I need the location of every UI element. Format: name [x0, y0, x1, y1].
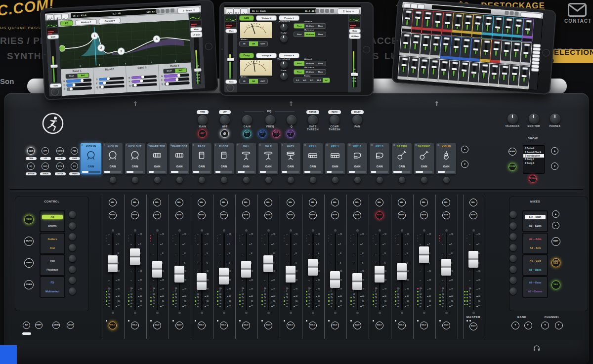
bus-list-item[interactable]: FX [192, 71, 203, 73]
geq-button[interactable]: GEQ [42, 162, 49, 170]
slider-thumb[interactable] [134, 83, 137, 86]
strip-down-button[interactable]: ▼ [461, 161, 468, 168]
attack-segment[interactable]: FastMediumSlow [294, 61, 326, 66]
show-item[interactable]: 0 Default [523, 147, 544, 150]
control-assign-button[interactable] [69, 287, 76, 295]
mute-button[interactable]: Mute [47, 34, 59, 39]
sel-button[interactable]: SEL [109, 199, 117, 206]
keyboard-icon[interactable] [330, 9, 334, 13]
meter-icon[interactable] [325, 9, 329, 13]
channel-encoder[interactable] [110, 177, 116, 183]
eq-band-slider[interactable]: Q [64, 86, 92, 90]
tile-fader-cap[interactable] [464, 45, 468, 47]
phase-button[interactable]: Ø [220, 129, 229, 138]
bus-list-item[interactable]: AUX [192, 68, 203, 70]
slider-thumb[interactable] [107, 77, 110, 80]
overview-channel-tile[interactable] [520, 42, 532, 66]
meter-icon[interactable] [166, 9, 169, 13]
slider-thumb[interactable] [73, 83, 76, 86]
tile-fader-cap[interactable] [485, 23, 490, 25]
tile-fader-cap[interactable] [435, 21, 440, 23]
channel-strip-display[interactable]: 9HATSGAIN [281, 143, 300, 174]
solo-button[interactable]: SOLO [153, 322, 161, 329]
channel-strip-display-selected[interactable]: 1KICK INGAIN [81, 143, 101, 174]
mute-button[interactable]: MUTE [131, 211, 139, 219]
tile-fader-cap[interactable] [455, 24, 460, 26]
shelf-bell-toggle[interactable]: ShelfBell [65, 73, 89, 79]
tile-fader-cap[interactable] [431, 66, 436, 68]
gear-icon[interactable] [505, 11, 509, 15]
talkback-knob[interactable] [508, 114, 518, 124]
mix-assign-button[interactable] [509, 255, 517, 262]
mix-display-item[interactable]: A3 – Kim [525, 246, 546, 250]
dyn-knob[interactable] [280, 35, 288, 42]
fader-cap[interactable] [468, 251, 478, 268]
slider-thumb[interactable] [140, 80, 143, 82]
router-icon[interactable] [509, 11, 514, 15]
mix-display-item[interactable]: A7 – Drums [525, 289, 546, 294]
channel-encoder[interactable] [154, 177, 161, 183]
tile-fader-cap[interactable] [483, 50, 488, 52]
control-assign-button[interactable] [69, 266, 76, 273]
bus-list-item[interactable]: LR [192, 65, 203, 67]
asgn-button[interactable]: ASGN [52, 322, 60, 329]
slider-thumb[interactable] [175, 78, 178, 81]
attack-segment[interactable]: FastMediumSlow [294, 23, 326, 29]
solo-button[interactable]: Solo [49, 83, 61, 88]
solo-button[interactable]: Solo [225, 80, 237, 84]
solo-button[interactable]: SOLO [131, 322, 139, 329]
control-chan-button[interactable]: CHAN [24, 280, 34, 289]
channel-strip-display[interactable]: 5RACKGAIN [192, 143, 212, 174]
eq-band-slider[interactable]: G [128, 75, 157, 79]
tile-fader-cap[interactable] [403, 42, 408, 44]
phones-knob[interactable] [550, 114, 560, 124]
strip-fader[interactable] [228, 34, 233, 79]
toolbar-view-button[interactable] [46, 14, 54, 21]
tile-fader-cap[interactable] [523, 52, 528, 54]
eq-band-slider[interactable]: F [128, 79, 157, 83]
fader-cap[interactable] [130, 248, 140, 265]
bus-list-item[interactable]: SUB [349, 78, 360, 80]
pan-knob[interactable] [352, 115, 362, 125]
channel-encoder[interactable] [377, 177, 383, 183]
ratio-segment[interactable]: 2:14:18:112:1Inf [294, 78, 330, 83]
solo-button[interactable]: SOLO [175, 322, 183, 329]
recall-button[interactable]: RECALL [529, 175, 537, 183]
channel-encoder[interactable] [421, 177, 427, 183]
gear-icon[interactable] [156, 9, 160, 13]
mix-assign-button[interactable] [509, 266, 517, 273]
mute-button[interactable]: MUTE [331, 211, 339, 219]
control-assign-button[interactable] [69, 277, 76, 284]
solo-button[interactable]: SOLO [242, 322, 250, 329]
mix-assign-button[interactable] [509, 287, 517, 295]
gear-icon[interactable] [315, 9, 319, 13]
gain-knob[interactable] [198, 115, 208, 125]
eq-tab[interactable]: EQ [60, 20, 74, 26]
slider-thumb[interactable] [177, 74, 180, 77]
strip-up-button[interactable]: ▲ [461, 146, 468, 153]
sel-button[interactable]: SEL [420, 199, 428, 206]
sel-button[interactable]: SEL [331, 199, 339, 206]
snapshot-selector[interactable] [520, 12, 543, 18]
tile-fader-cap[interactable] [504, 50, 508, 52]
mix-display-item[interactable]: A6 – Keys [525, 281, 546, 285]
overview-channel-tile[interactable] [518, 65, 530, 89]
dyn-button[interactable]: DYN [56, 162, 64, 170]
eq-gain-knob[interactable] [242, 115, 252, 125]
bus-list-item[interactable]: SUB [193, 74, 204, 76]
mix-assign-button[interactable] [509, 211, 517, 218]
slider-thumb[interactable] [81, 79, 84, 81]
fader-cap[interactable] [352, 273, 362, 290]
master-button[interactable]: MAST [551, 237, 560, 246]
comp-thresh-knob[interactable] [330, 115, 339, 125]
page-blue-block[interactable] [0, 345, 17, 364]
tile-fader-cap[interactable] [452, 68, 457, 70]
gain-button[interactable]: GAIN [27, 147, 35, 155]
toolbar-view-button[interactable] [233, 8, 241, 14]
control-assign-button[interactable] [69, 233, 76, 241]
strip-fader-cap[interactable] [227, 58, 234, 61]
meter-icon[interactable] [514, 11, 519, 16]
sel-button[interactable]: SEL [398, 199, 406, 206]
bus-list-item[interactable]: AUX [349, 72, 360, 74]
bus-list-item[interactable]: FX [349, 75, 360, 77]
